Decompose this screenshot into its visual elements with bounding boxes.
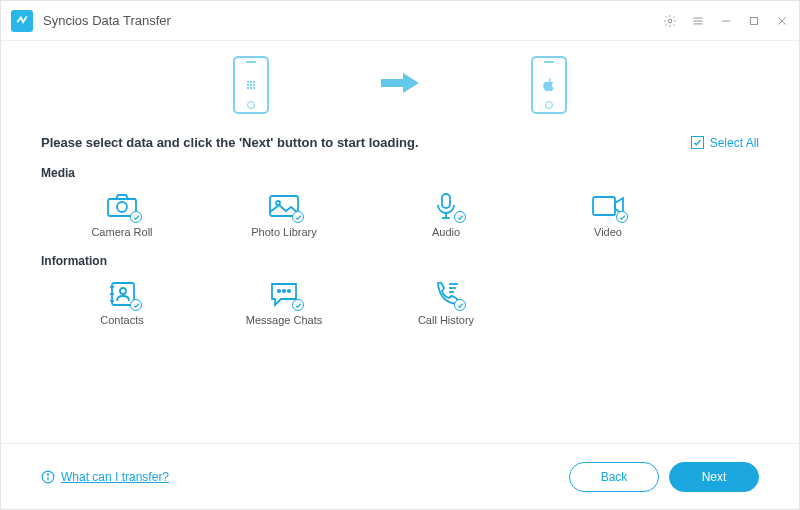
settings-icon[interactable] [663,14,677,28]
window-controls [663,14,789,28]
info-icon [41,470,55,484]
app-logo [11,10,33,32]
svg-point-12 [250,84,251,85]
svg-point-38 [47,473,48,474]
svg-point-14 [248,87,249,88]
svg-point-0 [668,19,672,23]
instruction-text: Please select data and click the 'Next' … [41,135,419,150]
help-link-label: What can I transfer? [61,470,169,484]
select-all-checkbox[interactable]: Select All [691,136,759,150]
target-phone-icon [531,56,567,114]
svg-point-31 [283,290,285,292]
camera-icon [105,192,139,220]
source-phone-icon [233,56,269,114]
item-label: Camera Roll [91,226,152,238]
svg-point-26 [120,288,126,294]
video-icon [591,192,625,220]
svg-point-8 [248,82,249,83]
item-label: Video [594,226,622,238]
item-label: Audio [432,226,460,238]
audio-icon [429,192,463,220]
item-label: Message Chats [246,314,322,326]
content-area: Please select data and click the 'Next' … [1,121,799,443]
svg-point-9 [250,82,251,83]
svg-point-16 [253,87,254,88]
titlebar: Syncios Data Transfer [1,1,799,41]
svg-point-10 [253,82,254,83]
item-photo-library[interactable]: Photo Library [203,188,365,248]
footer: What can I transfer? Back Next [1,443,799,509]
media-grid: Camera Roll Photo Library Audio [41,188,759,248]
item-label: Photo Library [251,226,316,238]
svg-rect-21 [442,194,450,208]
information-grid: Contacts Message Chats Call History [41,276,759,336]
call-history-icon [429,280,463,308]
minimize-button[interactable] [719,14,733,28]
menu-icon[interactable] [691,14,705,28]
svg-point-32 [288,290,290,292]
arrow-right-icon [379,70,421,100]
svg-point-30 [278,290,280,292]
app-window: Syncios Data Transfer [0,0,800,510]
item-video[interactable]: Video [527,188,689,248]
svg-rect-5 [751,17,758,24]
svg-point-11 [248,84,249,85]
app-title: Syncios Data Transfer [43,13,663,28]
contacts-icon [105,280,139,308]
item-message-chats[interactable]: Message Chats [203,276,365,336]
photo-icon [267,192,301,220]
svg-point-18 [117,202,127,212]
svg-point-13 [253,84,254,85]
svg-point-15 [250,87,251,88]
item-contacts[interactable]: Contacts [41,276,203,336]
transfer-diagram [1,41,799,121]
close-button[interactable] [775,14,789,28]
svg-rect-24 [593,197,615,215]
next-button[interactable]: Next [669,462,759,492]
item-call-history[interactable]: Call History [365,276,527,336]
help-link[interactable]: What can I transfer? [41,470,169,484]
maximize-button[interactable] [747,14,761,28]
section-title-media: Media [41,166,759,180]
item-label: Contacts [100,314,143,326]
item-audio[interactable]: Audio [365,188,527,248]
select-all-label: Select All [710,136,759,150]
section-title-information: Information [41,254,759,268]
message-icon [267,280,301,308]
instruction-row: Please select data and click the 'Next' … [41,135,759,150]
item-label: Call History [418,314,474,326]
checkbox-icon [691,136,704,149]
item-camera-roll[interactable]: Camera Roll [41,188,203,248]
back-button[interactable]: Back [569,462,659,492]
